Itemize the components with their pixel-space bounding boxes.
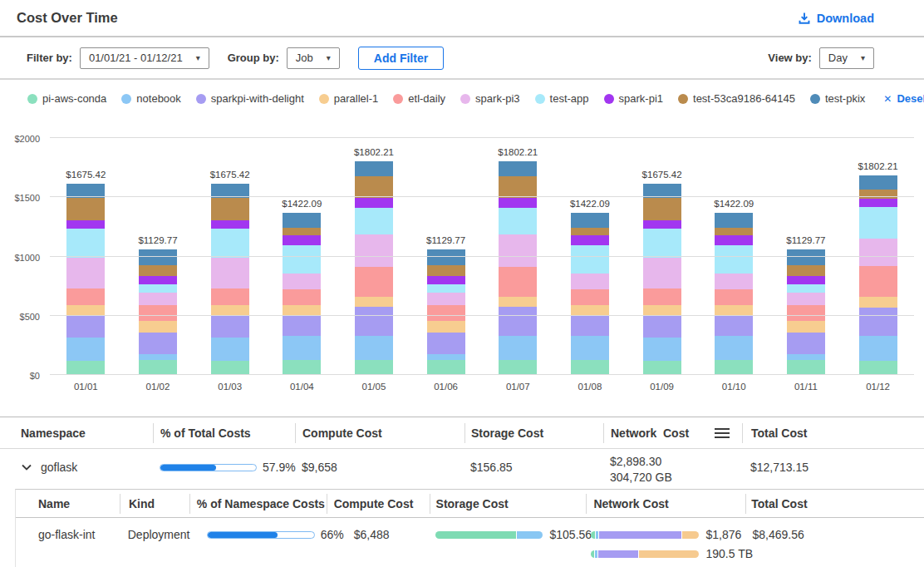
bar-segment-pi-aws-conda[interactable] <box>139 360 177 375</box>
deselect-all-button[interactable]: ✕ Deselect All <box>883 92 924 105</box>
bar-segment-sparkpi-with-delight[interactable] <box>427 333 465 354</box>
bar-segment-notebook[interactable] <box>643 338 681 361</box>
bar-segment-etl-daily[interactable] <box>787 305 825 321</box>
bar-segment-etl-daily[interactable] <box>715 289 753 305</box>
column-header-%-of-namespace-costs[interactable]: % of Namespace Costs <box>189 494 327 514</box>
bar-segment-spark-pi3[interactable] <box>859 239 897 265</box>
bar-segment-pi-aws-conda[interactable] <box>211 361 249 375</box>
download-button[interactable]: Download <box>798 12 874 25</box>
bar-segment-parallel-1[interactable] <box>787 321 825 333</box>
bar-segment-etl-daily[interactable] <box>499 267 537 298</box>
group-by-select[interactable]: Job ▾ <box>287 47 340 69</box>
bar-segment-spark-pi1[interactable] <box>355 198 393 208</box>
bar-segment-sparkpi-with-delight[interactable] <box>571 316 609 336</box>
bar-segment-test-pkix[interactable] <box>139 249 177 264</box>
bar-segment-test-app[interactable] <box>643 229 681 257</box>
bar-group-01/04[interactable]: $1422.09 <box>283 199 321 375</box>
column-menu-icon[interactable] <box>714 427 730 439</box>
bar-segment-spark-pi3[interactable] <box>643 258 681 289</box>
bar-segment-etl-daily[interactable] <box>355 267 393 298</box>
bar-segment-spark-pi3[interactable] <box>283 274 321 289</box>
bar-segment-test-53ca9186-64145[interactable] <box>499 176 537 198</box>
bar-segment-notebook[interactable] <box>499 336 537 360</box>
bar-segment-pi-aws-conda[interactable] <box>643 361 681 375</box>
bar-segment-test-pkix[interactable] <box>571 213 609 228</box>
column-header-kind[interactable]: Kind <box>120 494 189 514</box>
bar-segment-test-pkix[interactable] <box>499 161 537 175</box>
bar-segment-pi-aws-conda[interactable] <box>859 361 897 376</box>
bar-segment-notebook[interactable] <box>571 336 609 359</box>
column-header-network-cost[interactable]: Network Cost <box>603 423 742 443</box>
date-range-select[interactable]: 01/01/21 - 01/12/21 ▾ <box>80 47 209 69</box>
bar-segment-parallel-1[interactable] <box>355 297 393 307</box>
column-header-compute-cost[interactable]: Compute Cost <box>295 423 464 443</box>
bar-segment-pi-aws-conda[interactable] <box>355 360 393 375</box>
bar-group-01/07[interactable]: $1802.21 <box>499 147 537 375</box>
bar-segment-notebook[interactable] <box>715 336 753 359</box>
legend-item-parallel-1[interactable]: parallel-1 <box>319 92 378 105</box>
bar-segment-test-53ca9186-64145[interactable] <box>283 228 321 235</box>
bar-segment-sparkpi-with-delight[interactable] <box>139 333 177 354</box>
bar-segment-etl-daily[interactable] <box>643 288 681 304</box>
legend-item-sparkpi-with-delight[interactable]: sparkpi-with-delight <box>196 92 304 105</box>
bar-group-01/08[interactable]: $1422.09 <box>571 199 609 375</box>
bar-segment-spark-pi3[interactable] <box>355 234 393 267</box>
bar-segment-test-app[interactable] <box>355 208 393 234</box>
bar-segment-etl-daily[interactable] <box>66 288 105 304</box>
column-header-storage-cost[interactable]: Storage Cost <box>464 423 603 443</box>
legend-item-test-app[interactable]: test-app <box>535 92 589 105</box>
bar-segment-spark-pi1[interactable] <box>139 276 177 285</box>
bar-segment-test-53ca9186-64145[interactable] <box>139 265 177 276</box>
bar-segment-test-53ca9186-64145[interactable] <box>715 228 753 235</box>
bar-segment-test-pkix[interactable] <box>859 175 897 190</box>
legend-item-spark-pi3[interactable]: spark-pi3 <box>460 92 519 105</box>
bar-segment-pi-aws-conda[interactable] <box>787 360 825 375</box>
bar-segment-spark-pi1[interactable] <box>211 220 249 229</box>
bar-segment-notebook[interactable] <box>66 338 105 361</box>
bar-group-01/03[interactable]: $1675.42 <box>211 170 249 375</box>
add-filter-button[interactable]: Add Filter <box>358 47 444 70</box>
bar-segment-test-app[interactable] <box>571 245 609 274</box>
column-header-storage-cost[interactable]: Storage Cost <box>430 494 587 514</box>
bar-segment-spark-pi1[interactable] <box>787 276 825 285</box>
legend-item-test-53ca9186-64145[interactable]: test-53ca9186-64145 <box>678 92 795 105</box>
bar-segment-test-app[interactable] <box>427 284 465 293</box>
bar-segment-test-pkix[interactable] <box>211 184 249 198</box>
bar-segment-spark-pi3[interactable] <box>211 258 249 289</box>
bar-segment-sparkpi-with-delight[interactable] <box>355 307 393 336</box>
bar-segment-test-pkix[interactable] <box>787 249 825 264</box>
column-header-name[interactable]: Name <box>16 494 120 514</box>
bar-segment-spark-pi3[interactable] <box>66 258 105 289</box>
bar-segment-pi-aws-conda[interactable] <box>283 360 321 375</box>
bar-segment-sparkpi-with-delight[interactable] <box>643 316 681 338</box>
bar-segment-test-app[interactable] <box>715 245 753 274</box>
bar-segment-notebook[interactable] <box>859 336 897 361</box>
bar-segment-etl-daily[interactable] <box>139 305 177 321</box>
bar-segment-sparkpi-with-delight[interactable] <box>859 308 897 336</box>
bar-segment-parallel-1[interactable] <box>859 297 897 308</box>
bar-segment-test-app[interactable] <box>787 284 825 293</box>
workload-row[interactable]: go-flask-int Deployment 66% $6,488 $105.… <box>16 518 924 567</box>
bar-segment-parallel-1[interactable] <box>427 321 465 333</box>
bar-segment-sparkpi-with-delight[interactable] <box>715 316 753 336</box>
bar-segment-test-pkix[interactable] <box>355 161 393 175</box>
bar-group-01/09[interactable]: $1675.42 <box>643 170 681 375</box>
bar-segment-test-pkix[interactable] <box>283 213 321 228</box>
bar-group-01/12[interactable]: $1802.21 <box>859 161 897 375</box>
bar-segment-etl-daily[interactable] <box>211 288 249 304</box>
bar-segment-spark-pi3[interactable] <box>715 274 753 289</box>
bar-segment-spark-pi1[interactable] <box>427 276 465 285</box>
bar-segment-spark-pi1[interactable] <box>499 198 537 208</box>
bar-segment-pi-aws-conda[interactable] <box>715 360 753 375</box>
bar-segment-test-app[interactable] <box>499 208 537 234</box>
column-header-%-of-total-costs[interactable]: % of Total Costs <box>153 423 295 443</box>
bar-segment-test-pkix[interactable] <box>643 184 681 198</box>
legend-item-etl-daily[interactable]: etl-daily <box>393 92 445 105</box>
bar-segment-test-53ca9186-64145[interactable] <box>643 198 681 221</box>
bar-segment-notebook[interactable] <box>427 354 465 360</box>
legend-item-spark-pi1[interactable]: spark-pi1 <box>604 92 663 105</box>
column-header-compute-cost[interactable]: Compute Cost <box>327 494 430 514</box>
bar-segment-test-pkix[interactable] <box>427 249 465 264</box>
bar-group-01/01[interactable]: $1675.42 <box>66 170 105 375</box>
bar-segment-spark-pi3[interactable] <box>139 293 177 304</box>
